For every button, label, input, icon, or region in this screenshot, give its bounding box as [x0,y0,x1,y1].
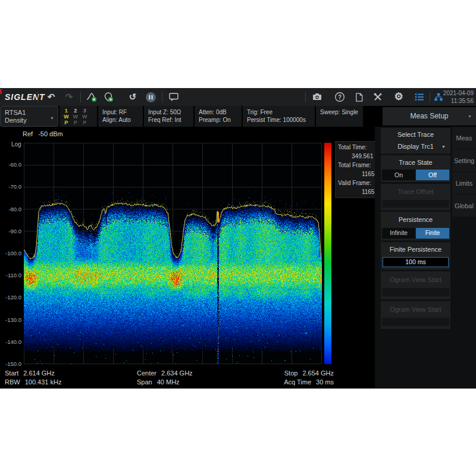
trace-offset-field [382,200,449,208]
menu-list-button[interactable] [412,90,427,104]
info-value: 349.561 s [336,152,381,161]
brand-logo: SIGLENT [5,92,45,102]
start-value: 2.614 GHz [23,369,55,378]
status-line: Trig: Free [247,108,311,116]
pause-button[interactable] [143,90,158,104]
file-button[interactable] [352,90,366,104]
trace-indicator-3[interactable]: 3WP [82,108,87,127]
tab-setting[interactable]: Setting [452,149,476,171]
toolbar-divider [430,92,430,102]
y-tick: -120.0 [1,294,21,300]
trace-2-p: P [73,120,79,126]
y-tick: -140.0 [1,339,21,345]
toolbar-divider [162,92,162,102]
persistence-infinite-button[interactable]: Infinite [382,228,415,239]
time-text: 11:35:56 [437,97,474,105]
trace-indicator-1[interactable]: 1WP [64,108,69,127]
panel-menu: Select Trace Display Trc1 ▼ Trace State … [381,128,450,331]
trace-3-p: P [82,120,87,126]
status-line: Freq Ref: Int [148,116,190,124]
settings-button[interactable]: ⚙ [392,90,406,104]
side-panel: Select Trace Display Trc1 ▼ Trace State … [375,127,476,389]
y-tick: -90.0 [1,228,21,234]
tab-meas[interactable]: Meas [452,127,476,149]
status-bar: RTSA1 Density ▼ 1WP2WP3WP Input: RF Alig… [0,106,375,127]
footer-right: Stop2.654 GHz Acq Time30 ms [256,369,334,387]
status-line: Persist Time: 100000s [247,116,311,124]
record-indicator [0,89,2,94]
select-trace-dropdown[interactable]: Display Trc1 ▼ [381,141,450,152]
panel-tabs: MeasSettingLimitsGlobal [452,127,476,217]
svg-text:?: ? [338,94,342,101]
ogram-view-start-group-2: Ogram View Start [381,301,450,329]
toolbar-divider [37,92,38,102]
trace-1-p: P [64,120,69,126]
status-cell-input[interactable]: Input: RF Align: Auto [98,106,143,127]
trace-indicator-2[interactable]: 2WP [73,108,79,127]
redo-button[interactable]: ↷ [62,90,76,104]
peak-search-button[interactable] [84,90,99,104]
chevron-down-icon: ▼ [50,114,54,122]
trace-1-num: 1 [64,108,69,114]
finite-persistence-input[interactable]: 100 ms [383,257,449,267]
mode-selector[interactable]: RTSA1 Density ▼ [0,106,58,127]
panel-title[interactable]: Meas Setup ▼ [383,107,476,126]
camera-icon [312,92,322,102]
history-button[interactable]: ↺ [126,90,140,104]
span-label: Span [137,378,152,387]
start-label: Start [5,369,18,378]
span-value: 40 MHz [157,378,180,387]
screenshot-button[interactable] [310,90,324,104]
acq-time-value: 30 ms [316,378,334,387]
ogram-view-start-label: Ogram View Start [381,301,450,318]
ogram-view-start-group-1: Ogram View Start [381,271,450,299]
marker-button[interactable] [101,90,115,104]
annotation-button[interactable] [167,90,181,104]
datetime: 2021-04-09 11:35:56 [437,89,474,105]
status-line: Sweep: Single [320,108,359,116]
tab-limits[interactable]: Limits [452,172,476,194]
tools-button[interactable] [371,90,385,104]
status-cell-input-z[interactable]: Input Z: 50Ω Freq Ref: Int [144,106,193,127]
footer-left: Start2.614 GHz RBW100.431 kHz [5,369,61,387]
status-line: Atten: 0dB [199,108,238,116]
tab-global[interactable]: Global [452,195,476,217]
info-label: Total Time: [336,143,381,152]
trace-3-w: W [82,114,87,120]
stop-value: 2.654 GHz [302,369,334,378]
y-tick: -150.0 [1,361,21,367]
status-cell-sweep[interactable]: Sweep: Single [316,106,363,127]
info-label: Valid Frame: [336,178,381,187]
help-icon: ? [334,92,345,102]
y-tick: -60.0 [1,161,21,168]
trace-2-w: W [73,114,79,120]
trace-state-on-button[interactable]: On [382,170,415,180]
file-icon [354,92,364,102]
help-button[interactable]: ? [333,90,347,104]
undo-button[interactable]: ↶ [44,90,58,104]
density-colorbar [324,143,331,364]
trace-state-off-button[interactable]: Off [416,170,449,180]
y-tick: -130.0 [1,317,21,323]
status-line: Input Z: 50Ω [148,108,190,116]
spectrum-density-canvas[interactable] [24,143,322,364]
status-cell-atten[interactable]: Atten: 0dB Preamp: On [195,106,242,127]
peak-search-icon [86,92,97,102]
trace-2-num: 2 [73,108,79,114]
trace-indicators[interactable]: 1WP2WP3WP [60,106,97,127]
info-label: Total Frame: [336,161,381,170]
ref-label: Ref [23,130,33,137]
status-line: Preamp: On [199,116,238,124]
status-cell-trigger[interactable]: Trig: Free Persist Time: 100000s [243,106,315,127]
center-value: 2.634 GHz [161,369,193,378]
rbw-value: 100.431 kHz [25,378,62,387]
ogram-view-start-field [382,288,449,296]
mode-view: Density [5,117,54,124]
ogram-view-start-label: Ogram View Start [381,271,450,288]
chevron-down-icon: ▼ [441,142,446,152]
persistence-finite-button[interactable]: Finite [416,228,449,239]
select-trace-value: Display Trc1 [397,143,434,150]
scale-label: Log [11,141,21,148]
mode-name: RTSA1 [5,109,54,117]
trace-offset-label: Trace Offset [381,184,450,200]
